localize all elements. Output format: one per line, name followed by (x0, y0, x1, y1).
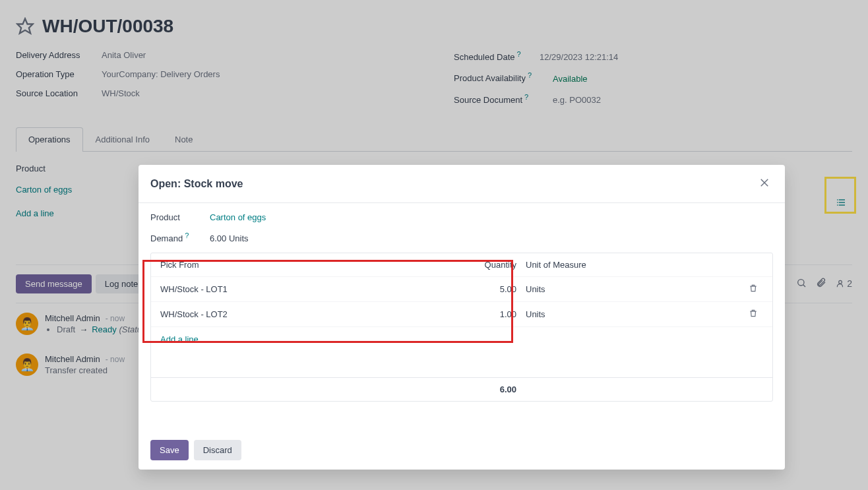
modal-product-label: Product (150, 212, 210, 222)
quantity-header: Quantity (457, 260, 516, 270)
quantity-cell[interactable]: 5.00 (457, 284, 516, 294)
pick-from-cell[interactable]: WH/Stock - LOT1 (160, 284, 457, 294)
pick-from-header: Pick From (160, 260, 457, 270)
stock-move-modal: Open: Stock move Product Carton of eggs … (139, 165, 785, 470)
add-line-link[interactable]: Add a line (160, 334, 199, 344)
modal-demand-label: Demand? (150, 231, 210, 243)
delete-icon[interactable] (743, 284, 763, 295)
table-row[interactable]: WH/Stock - LOT1 5.00 Units (151, 276, 772, 301)
total-quantity: 6.00 (457, 384, 516, 394)
delete-icon[interactable] (743, 309, 763, 320)
uom-cell[interactable]: Units (516, 284, 743, 294)
discard-button[interactable]: Discard (194, 440, 241, 460)
stock-move-lines-table: Pick From Quantity Unit of Measure WH/St… (150, 253, 773, 402)
close-icon[interactable] (756, 174, 773, 193)
modal-product-link[interactable]: Carton of eggs (210, 212, 266, 222)
uom-header: Unit of Measure (516, 260, 743, 270)
pick-from-cell[interactable]: WH/Stock - LOT2 (160, 309, 457, 319)
table-row[interactable]: WH/Stock - LOT2 1.00 Units (151, 301, 772, 326)
uom-cell[interactable]: Units (516, 309, 743, 319)
modal-demand-value: 6.00 Units (210, 233, 249, 243)
modal-title: Open: Stock move (150, 178, 243, 190)
save-button[interactable]: Save (150, 440, 189, 460)
quantity-cell[interactable]: 1.00 (457, 309, 516, 319)
help-icon[interactable]: ? (185, 231, 189, 239)
